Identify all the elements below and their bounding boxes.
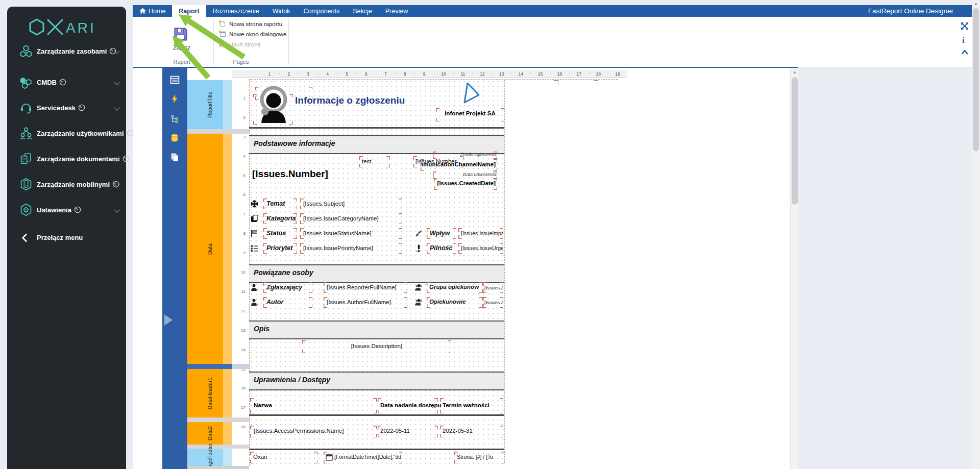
h-ruler-tick: · bbox=[356, 71, 357, 76]
field-label-pilnosc[interactable]: Pilność bbox=[427, 243, 456, 254]
field-value-status[interactable]: [Issues.IssueStatusName] bbox=[300, 228, 402, 239]
scroll-up-icon[interactable]: ▲ bbox=[791, 70, 799, 75]
field-label-opiekunowie[interactable]: Opiekunowie bbox=[427, 297, 483, 308]
label-source[interactable]: Źródło zgłoszenia bbox=[433, 152, 497, 159]
field-value-reporter[interactable]: [Issues.ReporterFullName] bbox=[324, 282, 407, 293]
menu-item-new-report-page[interactable]: Nowa strona raportu bbox=[218, 20, 282, 28]
field-created-date[interactable]: [Issues.CreatedDate] bbox=[434, 179, 497, 190]
section-header-perm[interactable]: Uprawnienia / Dostępy bbox=[249, 372, 504, 390]
sidebar-item-label: Ustawienia bbox=[37, 206, 71, 214]
h-ruler-number: 6 bbox=[365, 71, 368, 77]
sidebar-item-servicedesk[interactable]: Servicedesk bbox=[7, 96, 126, 119]
field-label-zglaszajacy[interactable]: Zgłaszający bbox=[263, 282, 312, 293]
field-label-temat[interactable]: Temat bbox=[263, 199, 297, 209]
tab-components[interactable]: Components bbox=[297, 5, 346, 17]
scrollbar-thumb[interactable] bbox=[973, 8, 979, 151]
sidebar-item-dokumenty[interactable]: Zarządzanie dokumentami bbox=[7, 147, 126, 170]
scrollbar-thumb[interactable] bbox=[792, 77, 798, 205]
designer-vertical-scrollbar[interactable]: ▲ bbox=[790, 68, 798, 469]
tab-rozmieszczenie[interactable]: Rozmieszczenie bbox=[206, 5, 266, 17]
company-name-text[interactable]: Infonet Projekt SA bbox=[437, 110, 503, 116]
h-ruler-tick: · bbox=[259, 71, 261, 76]
field-label-status[interactable]: Status bbox=[263, 228, 297, 239]
page-right-margin-line bbox=[504, 80, 505, 463]
tab-home[interactable]: Home bbox=[133, 5, 172, 17]
save-button-label[interactable]: Zapisz bbox=[170, 44, 193, 51]
scroll-up-icon[interactable]: ▲ bbox=[972, 2, 980, 6]
field-communication-channel[interactable]: mmunicationChannelName] bbox=[421, 159, 497, 171]
sidebar-item-cmdb[interactable]: CMDB bbox=[7, 71, 126, 93]
report-title-text[interactable]: Informacje o zgłoszeniu bbox=[295, 95, 405, 106]
table-cell-granted[interactable]: 2022-05-11 bbox=[378, 426, 438, 437]
save-button[interactable] bbox=[174, 27, 189, 42]
browser-scrollbar[interactable]: ▲ bbox=[972, 0, 980, 469]
sidebar-item-uzytkownicy[interactable]: Zarządzanie użytkownikami bbox=[7, 122, 126, 144]
band-label-strip bbox=[223, 422, 232, 445]
fullscreen-icon[interactable] bbox=[961, 22, 970, 31]
sidebar-item-mobilne[interactable]: Zarządzanie mobilnymi bbox=[7, 173, 126, 195]
band-end-bar[interactable] bbox=[187, 364, 232, 369]
cell-text: 2022-05-31 bbox=[443, 428, 473, 434]
gauge-icon bbox=[59, 79, 66, 86]
report-tree-icon[interactable] bbox=[170, 114, 180, 124]
field-value-urgency[interactable]: [Issues.IssueUrgencyName] bbox=[458, 243, 503, 254]
field-label-grupa[interactable]: Grupa opiekunów bbox=[427, 282, 483, 293]
field-value-author[interactable]: [Issues.AuthorFullName] bbox=[324, 297, 407, 308]
properties-panel-icon[interactable] bbox=[170, 75, 180, 85]
field-label-wplyw[interactable]: Wpływ bbox=[427, 228, 456, 239]
sidebar-item-ustawienia[interactable]: Ustawienia bbox=[7, 199, 126, 221]
info-icon[interactable]: i bbox=[962, 35, 971, 44]
field-value-subject[interactable]: [Issues.Subject] bbox=[300, 199, 402, 209]
field-text: Grupa opiekunów bbox=[429, 284, 479, 290]
field-test[interactable]: test bbox=[359, 156, 390, 167]
tab-sekcje[interactable]: Sekcje bbox=[346, 5, 379, 17]
field-value-impact[interactable]: [Issues.IssueImpactName] bbox=[458, 228, 503, 239]
group-label-raport: Raport bbox=[165, 59, 199, 65]
selection-corner bbox=[554, 80, 558, 85]
menu-item-label: Nowe okno dialogowe bbox=[229, 31, 287, 37]
table-cell-name[interactable]: [Issues.AccessPermissions.Name] bbox=[250, 426, 377, 437]
menu-item-delete-page[interactable]: Usuń stronę bbox=[218, 40, 261, 48]
field-issues-number-big[interactable]: [Issues.Number] bbox=[252, 168, 328, 180]
footer-right[interactable]: Strona: [#] / [To bbox=[454, 452, 504, 463]
infonet-logo-icon[interactable] bbox=[462, 82, 481, 104]
sidebar-toggle-menu[interactable]: Przełącz menu bbox=[7, 226, 126, 249]
tab-widok[interactable]: Widok bbox=[266, 5, 297, 17]
field-label-kategoria[interactable]: Kategoria bbox=[263, 213, 297, 224]
subject-icon bbox=[250, 200, 259, 208]
menu-item-new-dialog[interactable]: Nowe okno dialogowe bbox=[218, 30, 287, 38]
data-source-icon[interactable] bbox=[170, 133, 180, 143]
tab-preview[interactable]: Preview bbox=[379, 5, 414, 17]
h-ruler-tick: · bbox=[298, 71, 300, 76]
footer-left[interactable]: Oxari bbox=[250, 452, 317, 463]
band-name: ReportTitle bbox=[207, 92, 213, 118]
footer-center[interactable]: [FormatDateTime([Date],"dd bbox=[324, 452, 402, 463]
report-separator-line[interactable] bbox=[249, 127, 504, 129]
events-lightning-icon[interactable] bbox=[170, 94, 180, 104]
v-ruler-number: 5 bbox=[232, 174, 246, 178]
impact-icon bbox=[414, 229, 423, 238]
calendar-icon bbox=[326, 454, 333, 461]
section-header-people[interactable]: Powiązane osoby bbox=[249, 264, 504, 283]
field-value-priority[interactable]: [Issues.IssuePriorityName] bbox=[300, 243, 402, 254]
h-ruler-tick: · bbox=[414, 71, 415, 76]
field-description[interactable]: [Issues.Description] bbox=[302, 340, 451, 353]
field-value-assignee-person[interactable]: [Issues.AssigneePersonName bbox=[483, 297, 503, 308]
field-label-priorytet[interactable]: Priorytet bbox=[263, 243, 297, 254]
section-header-opis[interactable]: Opis bbox=[249, 320, 504, 339]
panel-expand-handle[interactable] bbox=[164, 314, 173, 326]
field-label-autor[interactable]: Autor bbox=[263, 297, 312, 308]
table-cell-valid[interactable]: 2022-05-31 bbox=[440, 426, 503, 437]
label-created[interactable]: Data utworzenia bbox=[433, 171, 497, 179]
collapse-ribbon-icon[interactable] bbox=[961, 48, 970, 58]
field-value-category[interactable]: [Issues.IssueCategoryName] bbox=[300, 213, 402, 224]
table-header-data-nadania[interactable]: Data nadania dostępu bbox=[378, 398, 438, 413]
table-header-termin[interactable]: Termin ważności bbox=[440, 398, 503, 413]
copy-pages-icon[interactable] bbox=[170, 153, 180, 162]
v-ruler-number: 3 bbox=[232, 135, 246, 139]
field-value-assignee-group[interactable]: [Issues.AssigneeGroupName] bbox=[483, 282, 503, 293]
sidebar-item-zasoby[interactable]: Zarządzanie zasobami bbox=[7, 40, 126, 62]
h-ruler-number: 9 bbox=[423, 71, 426, 77]
table-header-nazwa[interactable]: Nazwa bbox=[250, 398, 377, 413]
tab-raport[interactable]: Raport bbox=[172, 5, 206, 17]
